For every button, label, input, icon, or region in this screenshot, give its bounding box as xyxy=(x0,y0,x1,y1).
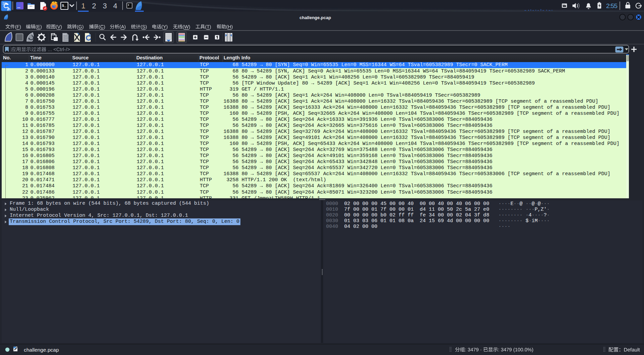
svg-text:1: 1 xyxy=(81,2,85,10)
svg-text:0111: 0111 xyxy=(63,39,68,41)
svg-text:2: 2 xyxy=(92,2,96,10)
svg-text:$_: $_ xyxy=(62,4,66,8)
svg-text:3: 3 xyxy=(103,2,107,10)
svg-text:2:55: 2:55 xyxy=(606,2,617,9)
svg-text:4: 4 xyxy=(113,2,117,10)
